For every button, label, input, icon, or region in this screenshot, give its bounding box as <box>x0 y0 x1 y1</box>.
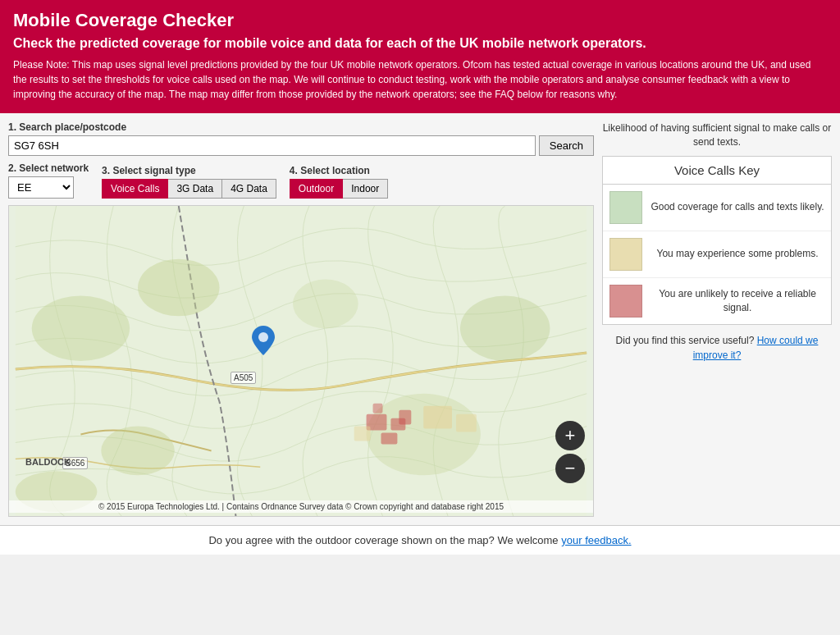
likelihood-text: Likelihood of having sufficient signal t… <box>602 121 832 149</box>
search-label: 1. Search place/postcode <box>8 121 594 133</box>
4g-data-button[interactable]: 4G Data <box>222 179 276 199</box>
map-svg <box>9 206 593 516</box>
svg-point-4 <box>460 295 550 361</box>
key-row-unlikely: You are unlikely to receive a reliable s… <box>603 278 831 324</box>
signal-type-control: 3. Select signal type Voice Calls 3G Dat… <box>102 165 276 199</box>
map-attribution: © 2015 Europa Technologies Ltd. | Contai… <box>9 500 593 513</box>
signal-type-label: 3. Select signal type <box>102 165 276 176</box>
key-row-good: Good coverage for calls and texts likely… <box>603 185 831 231</box>
location-label: 4. Select location <box>290 165 388 176</box>
svg-rect-14 <box>456 414 477 432</box>
road-label-a505: A505 <box>231 372 256 384</box>
controls-row: 2. Select network EE O2 Three Vodafone 3… <box>8 162 594 199</box>
svg-point-2 <box>138 259 219 317</box>
search-input[interactable] <box>8 135 536 156</box>
indoor-button[interactable]: Indoor <box>343 179 388 199</box>
voice-calls-button[interactable]: Voice Calls <box>102 179 168 199</box>
svg-rect-11 <box>399 410 411 425</box>
location-buttons: Outdoor Indoor <box>290 179 388 199</box>
network-label: 2. Select network <box>8 162 89 174</box>
zoom-out-button[interactable]: − <box>555 454 585 483</box>
network-select[interactable]: EE O2 Three Vodafone <box>8 176 74 199</box>
bottom-bar: Do you agree with the outdoor coverage s… <box>0 525 840 555</box>
zoom-in-button[interactable]: + <box>555 421 585 450</box>
location-control: 4. Select location Outdoor Indoor <box>290 165 388 199</box>
svg-point-1 <box>32 295 130 361</box>
key-desc-good: Good coverage for calls and texts likely… <box>651 200 824 214</box>
network-control: 2. Select network EE O2 Three Vodafone <box>8 162 89 199</box>
town-label-baldock: BALDOCK <box>25 457 71 467</box>
left-panel: 1. Search place/postcode Search 2. Selec… <box>8 121 594 517</box>
search-button[interactable]: Search <box>539 135 594 156</box>
bottom-bar-link[interactable]: your feedback. <box>561 534 631 546</box>
key-desc-problems: You may experience some problems. <box>651 247 824 261</box>
search-input-row: Search <box>8 135 594 156</box>
map-pin <box>252 326 275 358</box>
key-title: Voice Calls Key <box>603 157 831 185</box>
svg-rect-10 <box>381 433 397 445</box>
map-zoom-controls: + − <box>555 421 585 483</box>
search-section: 1. Search place/postcode Search <box>8 121 594 156</box>
key-color-problems <box>609 238 642 271</box>
outdoor-button[interactable]: Outdoor <box>290 179 343 199</box>
key-box: Voice Calls Key Good coverage for calls … <box>602 156 832 325</box>
page-subtitle: Check the predicted coverage for mobile … <box>13 36 827 51</box>
svg-point-6 <box>293 280 358 329</box>
feedback-section: Did you find this service useful? How co… <box>602 333 832 363</box>
main-content: 1. Search place/postcode Search 2. Selec… <box>0 113 840 525</box>
header-note: Please Note: This map uses signal level … <box>13 57 827 102</box>
3g-data-button[interactable]: 3G Data <box>168 179 222 199</box>
key-color-unlikely <box>609 285 642 318</box>
svg-rect-15 <box>354 427 371 441</box>
right-panel: Likelihood of having sufficient signal t… <box>602 121 832 517</box>
svg-point-16 <box>258 332 268 342</box>
svg-rect-12 <box>373 404 383 413</box>
key-color-good <box>609 191 642 224</box>
header: Mobile Coverage Checker Check the predic… <box>0 0 840 113</box>
bottom-bar-text: Do you agree with the outdoor coverage s… <box>208 534 558 546</box>
key-desc-unlikely: You are unlikely to receive a reliable s… <box>651 287 824 315</box>
svg-rect-13 <box>423 406 452 429</box>
map-container[interactable]: A505 B656 BALDOCK + − © 2015 Europa Tech… <box>8 205 594 517</box>
key-row-problems: You may experience some problems. <box>603 231 831 278</box>
feedback-text: Did you find this service useful? <box>616 335 755 346</box>
signal-type-buttons: Voice Calls 3G Data 4G Data <box>102 179 276 199</box>
page-title: Mobile Coverage Checker <box>13 10 827 31</box>
svg-point-5 <box>101 427 175 476</box>
